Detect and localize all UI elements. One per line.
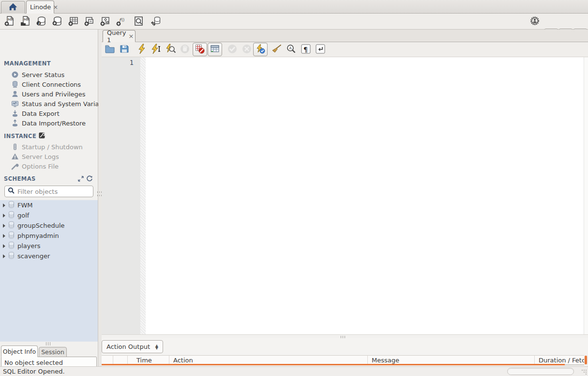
scrollbar-thumb[interactable] [585, 356, 587, 364]
find-icon: A [286, 44, 297, 56]
toggle-limit-rows-button[interactable] [208, 43, 222, 56]
expander-icon[interactable] [3, 224, 5, 228]
sql-code-editor[interactable]: 1 [102, 57, 588, 364]
sidebar-horizontal-splitter[interactable] [0, 342, 98, 345]
new-connection-icon [52, 16, 63, 28]
expander-icon[interactable] [3, 254, 5, 258]
pilcrow-icon: ¶ [301, 44, 311, 56]
main-toolbar: SQL SQL i [0, 14, 588, 30]
toggle-invisibles-button[interactable]: ¶ [300, 43, 312, 56]
expander-icon[interactable] [3, 204, 5, 207]
sidebar-item-client-connections[interactable]: Client Connections [0, 79, 98, 89]
schemas-section-title: SCHEMAS [4, 175, 36, 182]
window-resize-grip[interactable] [581, 369, 587, 375]
commit-button[interactable] [226, 43, 239, 56]
sidebar-item-server-logs[interactable]: Server Logs [0, 152, 98, 161]
new-sql-script-icon: SQL [4, 16, 15, 28]
new-connection-button[interactable] [50, 15, 64, 28]
new-function-icon: f () [116, 16, 127, 28]
schema-row-players[interactable]: players [0, 241, 98, 251]
word-wrap-icon [315, 44, 326, 56]
close-icon[interactable]: × [53, 3, 58, 11]
new-function-button[interactable]: f () [114, 15, 128, 28]
expand-schemas-icon[interactable] [77, 175, 84, 184]
beautify-button[interactable] [270, 43, 283, 56]
open-file-icon [105, 44, 115, 55]
save-button[interactable] [118, 43, 131, 56]
find-button[interactable]: A [285, 43, 298, 56]
search-icon [8, 187, 15, 196]
progress-bar [507, 368, 574, 375]
schema-label: groupSchedule [17, 222, 65, 229]
sidebar-item-data-export[interactable]: Data Export [0, 109, 98, 118]
output-panel: Action Output ▲▼ Time Action Message Dur… [102, 338, 588, 366]
rollback-button[interactable] [241, 43, 253, 56]
schema-row-scavenger[interactable]: scavenger [0, 251, 98, 261]
stop-button[interactable] [179, 43, 191, 56]
toggle-word-wrap-button[interactable] [314, 43, 327, 56]
new-table-icon [68, 16, 79, 28]
search-objects-icon [133, 16, 144, 28]
svg-text:SQL: SQL [24, 18, 30, 21]
reconnect-db-icon [151, 16, 162, 28]
startup-shutdown-icon [11, 143, 19, 151]
sidebar-item-startup-shutdown[interactable]: Startup / Shutdown [0, 142, 98, 152]
tab-label: Object Info [3, 348, 36, 355]
schema-row-groupschedule[interactable]: groupSchedule [0, 220, 98, 231]
close-icon[interactable]: × [129, 32, 134, 40]
home-tab[interactable] [1, 1, 25, 14]
explain-icon [166, 44, 176, 56]
tab-session[interactable]: Session [39, 347, 67, 357]
schema-icon [8, 221, 15, 230]
editor-toolbar: A ¶ [102, 42, 588, 57]
schema-row-golf[interactable]: golf [0, 210, 98, 220]
tab-object-info[interactable]: Object Info [1, 345, 38, 357]
open-file-button[interactable] [104, 43, 116, 56]
refresh-schemas-icon[interactable] [86, 175, 93, 184]
search-objects-button[interactable] [132, 15, 145, 28]
toggle-stop-on-error-button[interactable] [193, 43, 207, 56]
output-view-label: Action Output [106, 343, 150, 350]
open-sql-script-button[interactable]: SQL [18, 15, 32, 28]
data-import-icon [11, 119, 19, 127]
schema-row-fwm[interactable]: FWM [0, 200, 98, 210]
commit-check-icon [227, 44, 238, 56]
execute-statement-button[interactable] [150, 43, 163, 56]
new-view-button[interactable] [82, 15, 96, 28]
execute-button[interactable] [136, 43, 148, 56]
output-view-selector[interactable]: Action Output ▲▼ [102, 340, 163, 353]
connection-info-button[interactable]: i [34, 15, 48, 28]
new-sql-script-button[interactable]: SQL [2, 15, 16, 28]
sidebar-item-system-variables[interactable]: Status and System Variables [0, 99, 98, 109]
schema-filter-input[interactable] [17, 188, 85, 195]
new-view-icon [84, 16, 95, 28]
sidebar-item-server-status[interactable]: Server Status [0, 70, 98, 79]
schema-row-phpmyadmin[interactable]: phpmyadmin [0, 231, 98, 241]
editor-vertical-scrollbar[interactable] [584, 57, 588, 364]
tab-query-1[interactable]: Query 1 × [103, 30, 136, 42]
sidebar-item-data-import[interactable]: Data Import/Restore [0, 118, 98, 128]
svg-text:A: A [289, 46, 292, 50]
explain-button[interactable] [165, 43, 177, 56]
preferences-button[interactable] [528, 15, 542, 28]
connection-tab[interactable]: Linode × [26, 0, 54, 14]
vertical-splitter[interactable] [98, 30, 102, 366]
expander-icon[interactable] [3, 234, 5, 238]
sidebar-item-label: Startup / Shutdown [22, 143, 83, 151]
sidebar-item-options-file[interactable]: Options File [0, 161, 98, 171]
sidebar-item-label: Server Status [22, 71, 64, 78]
reconnect-db-button[interactable] [149, 15, 163, 28]
expander-icon[interactable] [3, 244, 5, 248]
instance-section-title: INSTANCE [4, 132, 45, 140]
new-procedure-button[interactable] [98, 15, 112, 28]
preferences-icon [529, 16, 540, 28]
expander-icon[interactable] [3, 214, 5, 218]
navigator-sidebar: MANAGEMENT Server Status Client Connecti… [0, 30, 98, 366]
toggle-autocommit-button[interactable] [253, 43, 268, 56]
editor-text-area[interactable] [146, 57, 584, 364]
new-table-button[interactable] [66, 15, 80, 28]
schema-label: players [17, 242, 41, 250]
sidebar-item-users-privileges[interactable]: Users and Privileges [0, 89, 98, 99]
output-vertical-scrollbar[interactable] [584, 355, 588, 365]
autocommit-icon [256, 44, 265, 55]
